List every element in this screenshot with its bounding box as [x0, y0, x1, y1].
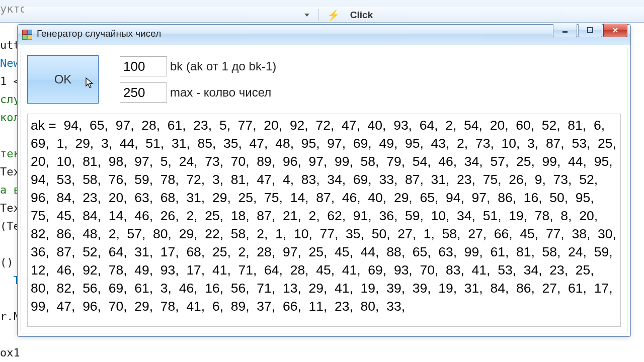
controls-row: OK bk (ak от 1 до bk-1) max - колво чисе…	[27, 55, 621, 106]
ok-button-label: OK	[54, 72, 72, 86]
ok-button[interactable]: OK	[27, 55, 99, 104]
chevron-down-icon	[304, 14, 309, 17]
toolbar-separator	[318, 9, 319, 21]
ide-toolbar-fragment-top	[0, 0, 644, 8]
close-icon	[612, 27, 619, 34]
app-window: Генератор случайных чисел OK	[17, 24, 631, 337]
max-input[interactable]	[120, 82, 167, 103]
toolbar-event-name[interactable]: Click	[350, 10, 373, 20]
minimize-icon	[561, 27, 569, 34]
window-title: Генератор случайных чисел	[37, 28, 161, 39]
svg-rect-0	[562, 31, 568, 33]
svg-rect-1	[588, 28, 593, 33]
window-client-area: OK bk (ak от 1 до bk-1) max - колво чисе…	[21, 48, 627, 333]
lightning-icon: ⚡	[327, 10, 340, 21]
output-textbox[interactable]: ak = 94, 65, 97, 28, 61, 23, 5, 77, 20, …	[27, 114, 621, 327]
close-button[interactable]	[603, 24, 627, 37]
max-label: max - колво чисел	[170, 85, 271, 100]
maximize-icon	[587, 27, 594, 34]
minimize-button[interactable]	[553, 24, 577, 37]
bk-input[interactable]	[120, 56, 167, 76]
window-controls	[553, 24, 627, 37]
maximize-button[interactable]	[578, 24, 602, 37]
window-titlebar[interactable]: Генератор случайных чисел	[18, 25, 630, 45]
toolbar-dropdown[interactable]	[302, 7, 312, 23]
ide-toolbar: ⚡ Click	[0, 7, 644, 23]
app-icon	[22, 30, 32, 40]
bk-label: bk (ak от 1 до bk-1)	[170, 59, 276, 73]
